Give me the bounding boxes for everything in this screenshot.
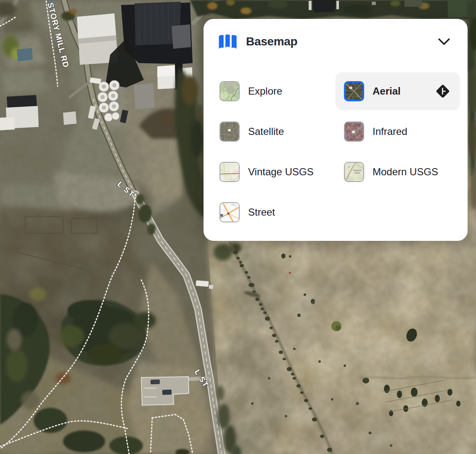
svg-text:MAPLE: MAPLE <box>231 204 237 206</box>
svg-text:Chestnut: Chestnut <box>353 169 362 172</box>
svg-text:Grove: Grove <box>354 172 360 174</box>
